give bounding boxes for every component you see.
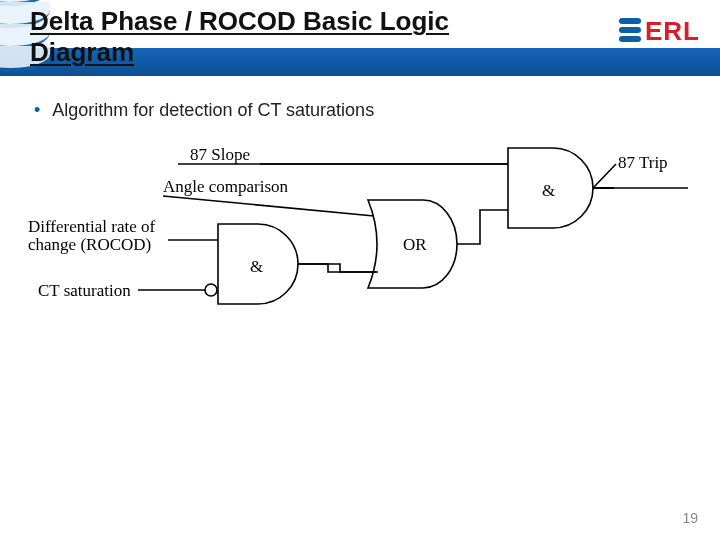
logo: ERL xyxy=(619,16,700,47)
logo-mark-icon xyxy=(619,18,641,46)
logo-text: ERL xyxy=(645,16,700,47)
logic-diagram-wires xyxy=(28,144,688,354)
bullet-item: Algorithm for detection of CT saturation… xyxy=(34,100,374,121)
slide-title: Delta Phase / ROCOD Basic Logic Diagram xyxy=(30,6,470,68)
page-number: 19 xyxy=(682,510,698,526)
